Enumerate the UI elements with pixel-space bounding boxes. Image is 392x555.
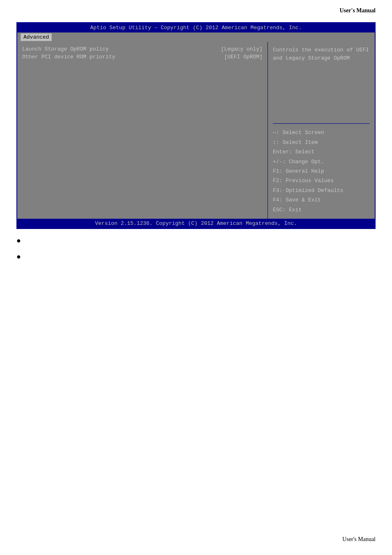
shortcut-5: F2: Previous Values — [273, 176, 370, 185]
shortcut-8: ESC: Exit — [273, 205, 370, 215]
page-header: User's Manual — [0, 0, 392, 18]
shortcut-7: F4: Save & Exit — [273, 195, 370, 205]
bios-tab-advanced[interactable]: Advanced — [21, 33, 52, 41]
bios-menu-item-1[interactable]: Other PCI device ROM priority [UEFI OpRO… — [22, 54, 263, 60]
footer-title: User's Manual — [342, 536, 376, 542]
shortcut-0: ↔: Select Screen — [273, 128, 370, 137]
bios-help-text: Controls the execution of UEFI and Legac… — [273, 46, 370, 62]
shortcut-1: ↕: Select Item — [273, 138, 370, 147]
bullet-item-0: ● — [16, 237, 376, 245]
bullet-section: ● ● — [16, 237, 376, 261]
bios-item-value-0: [Legacy only] — [221, 46, 263, 52]
bios-footer-text: Version 2.15.1236. Copyright (C) 2012 Am… — [95, 220, 297, 227]
bios-footer: Version 2.15.1236. Copyright (C) 2012 Am… — [17, 219, 375, 228]
bios-body: Launch Storage OpROM policy [Legacy only… — [17, 42, 375, 219]
bullet-dot-1: ● — [16, 252, 21, 261]
bios-shortcuts: ↔: Select Screen ↕: Select Item Enter: S… — [273, 128, 370, 215]
bios-screen: Aptio Setup Utility – Copyright (C) 2012… — [16, 22, 376, 229]
bios-right-panel: Controls the execution of UEFI and Legac… — [268, 42, 375, 219]
bios-item-value-1: [UEFI OpROM] — [224, 54, 263, 60]
bullet-item-1: ● — [16, 253, 376, 261]
bios-tab-bar: Advanced — [17, 32, 375, 42]
shortcut-2: Enter: Select — [273, 147, 370, 157]
bios-menu-item-0[interactable]: Launch Storage OpROM policy [Legacy only… — [22, 46, 263, 52]
bullet-dot-0: ● — [16, 236, 21, 245]
bios-left-panel: Launch Storage OpROM policy [Legacy only… — [17, 42, 268, 219]
shortcut-6: F3: Optimized Defaults — [273, 186, 370, 195]
bios-divider — [273, 123, 370, 124]
shortcut-3: +/-: Change Opt. — [273, 157, 370, 166]
bios-title-bar: Aptio Setup Utility – Copyright (C) 2012… — [17, 23, 375, 32]
shortcut-4: F1: General Help — [273, 166, 370, 176]
bios-title-text: Aptio Setup Utility – Copyright (C) 2012… — [90, 25, 302, 31]
bios-item-name-0: Launch Storage OpROM policy — [22, 46, 109, 52]
page-footer: User's Manual — [342, 536, 376, 543]
header-title: User's Manual — [340, 7, 376, 14]
bios-item-name-1: Other PCI device ROM priority — [22, 54, 115, 60]
